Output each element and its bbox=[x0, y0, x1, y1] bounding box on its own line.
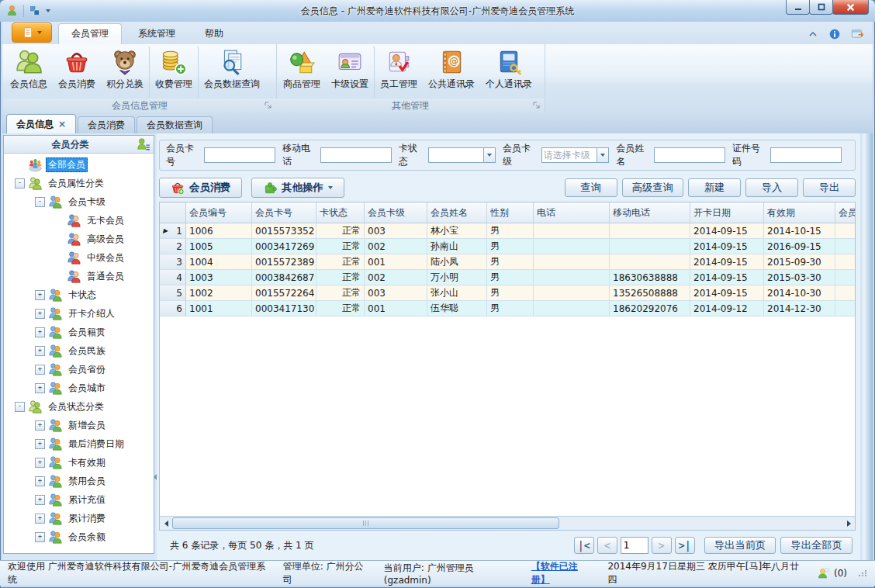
tree-expander[interactable]: + bbox=[35, 346, 45, 356]
search-input[interactable] bbox=[204, 147, 275, 163]
table-row[interactable]: ▶1 1006 0015573352 正常 003 林小宝 男 2014-09-… bbox=[160, 223, 855, 239]
tree-item[interactable]: + 会员民族 bbox=[4, 341, 154, 360]
tree-item[interactable]: + 会员余额 bbox=[4, 527, 154, 546]
table-row[interactable]: 6 1001 0003417130 正常 001 伍华聪 男 186202920… bbox=[160, 301, 855, 316]
first-page-button[interactable]: |< bbox=[574, 537, 594, 554]
tree-item[interactable]: 无卡会员 bbox=[4, 211, 154, 230]
member-filter-icon[interactable] bbox=[137, 137, 150, 151]
tree-item[interactable]: - 会员状态分类 bbox=[4, 397, 154, 416]
table-row[interactable]: 3 1004 0015572389 正常 001 陆小凤 男 2014-09-1… bbox=[160, 254, 855, 270]
member-consume-button[interactable]: 会员消费 bbox=[159, 178, 242, 198]
registered-link[interactable]: 【软件已注册】 bbox=[531, 560, 596, 586]
document-tab[interactable]: 会员消费 bbox=[78, 116, 135, 133]
quick-access-icon[interactable] bbox=[29, 5, 41, 17]
ribbon-button[interactable]: 收费管理 bbox=[150, 46, 199, 99]
action-button[interactable]: 导出 bbox=[803, 178, 856, 197]
message-person-icon[interactable] bbox=[818, 567, 830, 579]
collapse-ribbon-icon[interactable] bbox=[807, 28, 819, 40]
tree-expander[interactable]: + bbox=[35, 495, 45, 505]
application-menu-button[interactable] bbox=[12, 22, 52, 43]
search-input[interactable] bbox=[770, 147, 842, 163]
tree-item[interactable]: + 卡有效期 bbox=[4, 453, 154, 472]
tree-item[interactable]: + 卡状态 bbox=[4, 285, 154, 304]
tree-item[interactable]: + 会员省份 bbox=[4, 360, 154, 379]
prev-page-button[interactable]: < bbox=[597, 537, 617, 554]
export-all-pages-button[interactable]: 导出全部页 bbox=[780, 537, 853, 554]
scroll-left-icon[interactable] bbox=[160, 517, 172, 530]
tree-expander[interactable]: + bbox=[35, 476, 45, 486]
tab-close-icon[interactable]: × bbox=[58, 119, 66, 130]
maximize-button[interactable] bbox=[809, 0, 833, 15]
grid-header-cell[interactable]: 会员姓名 bbox=[427, 202, 487, 223]
ribbon-button[interactable]: 公共通讯录 bbox=[423, 46, 480, 99]
action-button[interactable]: 高级查询 bbox=[622, 178, 683, 197]
tree-expander[interactable]: - bbox=[15, 178, 25, 189]
next-page-button[interactable]: > bbox=[652, 537, 672, 554]
document-tab[interactable]: 会员信息 × bbox=[6, 114, 76, 133]
tree-expander[interactable]: + bbox=[35, 458, 45, 468]
last-page-button[interactable]: >| bbox=[675, 537, 695, 554]
tree-expander[interactable]: - bbox=[35, 197, 45, 207]
tree-expander[interactable]: + bbox=[35, 365, 45, 375]
dialog-launcher-icon[interactable] bbox=[532, 101, 541, 110]
quick-access-caret-icon[interactable] bbox=[46, 9, 50, 12]
search-input[interactable] bbox=[654, 147, 725, 163]
ribbon-button[interactable]: 会员信息 bbox=[5, 46, 53, 99]
tree-expander[interactable]: + bbox=[35, 420, 45, 431]
tree-item[interactable]: - 会员卡级 bbox=[4, 192, 154, 211]
ribbon-button[interactable]: 会员消费 bbox=[53, 46, 101, 99]
scroll-right-icon[interactable] bbox=[842, 517, 855, 530]
export-current-page-button[interactable]: 导出当前页 bbox=[704, 537, 776, 554]
tree-expander[interactable]: + bbox=[35, 532, 45, 542]
tree-item[interactable]: - 会员属性分类 bbox=[4, 174, 154, 192]
search-input[interactable] bbox=[428, 147, 483, 163]
page-number-input[interactable] bbox=[621, 537, 648, 554]
tree-item[interactable]: + 开卡介绍人 bbox=[4, 304, 154, 323]
tree-expander[interactable]: + bbox=[35, 327, 45, 337]
info-icon[interactable] bbox=[828, 28, 841, 40]
grid-header-cell[interactable]: 会员编号 bbox=[186, 202, 252, 223]
tree-item[interactable]: + 累计充值 bbox=[4, 490, 154, 509]
ribbon-button[interactable]: 商品管理 bbox=[278, 46, 326, 99]
grid-header-cell[interactable]: 会员卡级 bbox=[365, 202, 427, 223]
tree-expander[interactable]: + bbox=[35, 439, 45, 449]
ribbon-button[interactable]: 个人通讯录 bbox=[480, 46, 538, 99]
scrollbar-thumb[interactable] bbox=[172, 517, 559, 529]
tree-item[interactable]: 高级会员 bbox=[4, 230, 154, 248]
tree-item[interactable]: + 会员籍贯 bbox=[4, 323, 154, 341]
ribbon-button[interactable]: 卡级设置 bbox=[326, 46, 375, 99]
ribbon-tab[interactable]: 帮助 bbox=[192, 23, 237, 44]
tree-expander[interactable]: - bbox=[15, 402, 25, 412]
search-input[interactable] bbox=[541, 147, 597, 163]
action-button[interactable]: 导入 bbox=[745, 178, 798, 197]
search-input[interactable] bbox=[320, 147, 392, 163]
grid-header-cell[interactable]: 有效期 bbox=[764, 202, 835, 223]
document-tab[interactable]: 会员数据查询 bbox=[137, 116, 213, 133]
grid-header-cell[interactable]: 会员卡号 bbox=[252, 202, 316, 223]
action-button[interactable]: 新建 bbox=[688, 178, 741, 197]
ribbon-button[interactable]: 积分兑换 bbox=[101, 46, 150, 99]
action-button[interactable]: 查询 bbox=[565, 178, 617, 197]
tree-item[interactable]: 普通会员 bbox=[4, 267, 154, 285]
other-actions-button[interactable]: 其他操作 bbox=[251, 178, 344, 198]
horizontal-scrollbar[interactable] bbox=[160, 516, 855, 530]
tree-item[interactable]: + 会员城市 bbox=[4, 379, 154, 397]
table-row[interactable]: 5 1002 0015572264 正常 003 张小山 男 135265088… bbox=[160, 285, 855, 301]
tree-item[interactable]: + 禁用会员 bbox=[4, 472, 154, 490]
tree-expander[interactable]: + bbox=[35, 514, 45, 524]
combo-dropdown-button[interactable] bbox=[597, 147, 609, 163]
ribbon-tab[interactable]: 会员管理 bbox=[58, 23, 122, 44]
switch-window-icon[interactable] bbox=[850, 26, 865, 41]
table-row[interactable]: 4 1003 0003842687 正常 002 万小明 男 186306388… bbox=[160, 270, 855, 285]
grid-header-cell[interactable]: 电话 bbox=[534, 202, 610, 223]
tree-expander[interactable]: + bbox=[35, 309, 45, 319]
grid-header-cell[interactable]: 会员 bbox=[835, 202, 856, 223]
grid-header-cell[interactable] bbox=[160, 202, 186, 223]
grid-header-cell[interactable]: 开卡日期 bbox=[690, 202, 764, 223]
close-button[interactable] bbox=[832, 0, 869, 15]
ribbon-button[interactable]: 会员数据查询 bbox=[199, 46, 265, 99]
table-row[interactable]: 2 1005 0003417269 正常 002 孙南山 男 2014-09-1… bbox=[160, 239, 855, 254]
minimize-button[interactable] bbox=[786, 0, 810, 15]
resize-grip[interactable] bbox=[859, 570, 867, 576]
tree-item[interactable]: 中级会员 bbox=[4, 248, 154, 267]
